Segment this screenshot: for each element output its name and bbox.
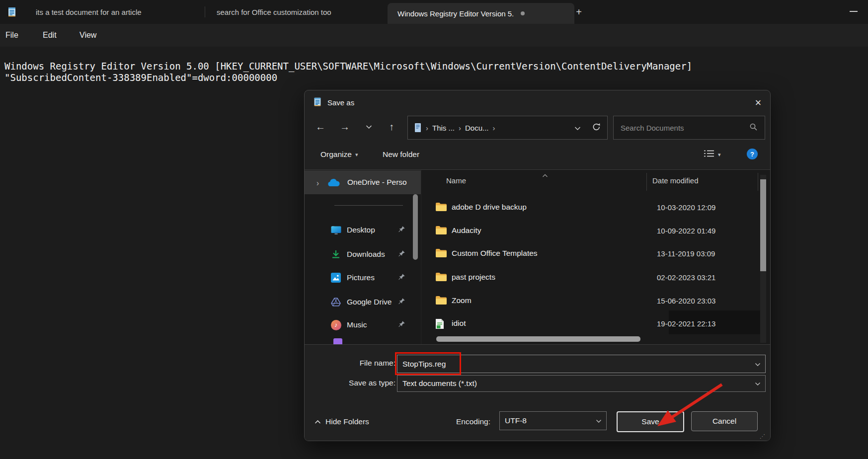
sidebar-item-pictures[interactable]: Pictures <box>305 268 421 288</box>
sidebar-scrollbar[interactable] <box>413 194 418 260</box>
titlebar: its a test document for an article searc… <box>0 0 868 24</box>
downloads-icon <box>330 249 342 259</box>
sidebar-item-desktop[interactable]: Desktop <box>305 220 421 240</box>
tab-office-customization[interactable]: search for Office customization too <box>209 0 386 24</box>
music-icon: ♪ <box>330 320 342 330</box>
encoding-select[interactable]: UTF-8 <box>499 411 607 430</box>
file-row-past-projects[interactable]: past projects 02-02-2023 03:21 <box>421 267 764 289</box>
organize-button[interactable]: Organize ▾ <box>320 146 358 163</box>
sidebar-item-music[interactable]: ♪ Music <box>305 315 421 335</box>
unsaved-indicator-dot <box>521 11 525 15</box>
file-date: 13-11-2019 03:09 <box>657 249 715 258</box>
sidebar-item-label: Desktop <box>347 226 375 234</box>
menu-edit[interactable]: Edit <box>43 24 57 47</box>
file-name-dropdown-chevron-icon[interactable] <box>755 360 761 369</box>
file-name: idiot <box>452 319 466 328</box>
file-date: 10-09-2022 01:49 <box>657 227 715 235</box>
expand-chevron-icon[interactable]: › <box>316 178 319 187</box>
encoding-label: Encoding: <box>456 417 490 426</box>
back-arrow-icon[interactable]: ← <box>311 117 330 136</box>
forward-arrow-icon[interactable]: → <box>335 117 354 136</box>
tab-label: Windows Registry Editor Version 5. <box>397 9 514 18</box>
annotation-red-highlight-box <box>395 352 461 375</box>
sidebar-item-onedrive[interactable]: › OneDrive - Perso <box>305 170 421 194</box>
folder-icon <box>435 296 447 307</box>
tab-registry-editor-active[interactable]: Windows Registry Editor Version 5. <box>388 3 574 24</box>
file-row-adobe-backup[interactable]: adobe D drive backup 10-03-2020 12:09 <box>421 197 764 219</box>
address-bar[interactable]: › This ... › Docu... › <box>407 116 608 140</box>
desktop-icon <box>330 226 342 235</box>
file-list: Name Date modified adobe D drive backup … <box>421 170 770 344</box>
help-icon[interactable]: ? <box>747 149 758 159</box>
file-row-custom-office-templates[interactable]: Custom Office Templates 13-11-2019 03:09 <box>421 243 764 265</box>
organize-caret-icon: ▾ <box>355 152 358 158</box>
sort-ascending-icon <box>542 171 548 180</box>
file-date: 02-02-2023 03:21 <box>657 273 715 282</box>
pin-icon <box>398 250 405 259</box>
view-mode-caret-icon: ▾ <box>718 152 721 158</box>
address-dropdown-chevron-icon[interactable] <box>574 124 581 132</box>
sidebar-item-label: OneDrive - Perso <box>347 178 407 187</box>
file-name: past projects <box>452 273 495 282</box>
file-name: Audacity <box>452 226 481 235</box>
horizontal-scrollbar-thumb[interactable] <box>436 336 640 342</box>
encoding-chevron-icon[interactable] <box>596 416 602 425</box>
sidebar-item-label: Google Drive <box>347 298 392 306</box>
pin-icon <box>398 273 405 283</box>
notepad-window: its a test document for an article searc… <box>0 0 868 459</box>
up-arrow-icon[interactable]: ↑ <box>382 117 401 136</box>
breadcrumb-this-pc[interactable]: This ... <box>432 124 455 132</box>
file-name: Zoom <box>452 296 472 305</box>
sidebar-item-google-drive[interactable]: Google Drive <box>305 292 421 312</box>
save-as-type-value: Text documents (*.txt) <box>402 379 477 388</box>
resize-grip[interactable]: ⋰ <box>760 433 765 440</box>
pin-icon <box>398 298 405 307</box>
save-as-type-label: Save as type: <box>342 379 395 387</box>
column-header-name[interactable]: Name <box>446 176 466 185</box>
breadcrumb-chevron: › <box>459 124 461 132</box>
sidebar-item-downloads[interactable]: Downloads <box>305 244 421 264</box>
sidebar-item-label: Music <box>347 320 367 329</box>
editor-line-2: "SubscribedContent-338389Enabled"=dword:… <box>4 72 277 83</box>
file-row-audacity[interactable]: Audacity 10-09-2022 01:49 <box>421 220 764 242</box>
file-date: 19-02-2021 22:13 <box>657 319 715 328</box>
column-header-date-modified[interactable]: Date modified <box>652 176 699 185</box>
refresh-icon[interactable] <box>592 122 601 133</box>
file-date: 15-06-2020 23:03 <box>657 297 715 305</box>
folder-icon <box>435 202 447 214</box>
recent-locations-chevron-icon[interactable] <box>359 117 378 136</box>
file-name-label: File name: <box>354 359 395 368</box>
new-folder-label: New folder <box>383 150 419 159</box>
chevron-up-icon <box>315 420 321 424</box>
search-input[interactable] <box>614 124 749 132</box>
dialog-title: Save as <box>327 98 354 107</box>
hide-folders-button[interactable]: Hide Folders <box>315 416 369 427</box>
view-mode-button[interactable]: ▾ <box>704 146 721 163</box>
tab-test-document[interactable]: its a test document for an article <box>28 0 205 24</box>
tab-separator <box>205 6 205 17</box>
breadcrumb-chevron: › <box>426 124 428 132</box>
column-divider[interactable] <box>646 173 647 191</box>
minimize-button[interactable] <box>850 11 858 12</box>
file-row-zoom[interactable]: Zoom 15-06-2020 23:03 <box>421 290 764 312</box>
new-folder-button[interactable]: New folder <box>383 146 419 163</box>
breadcrumb-documents[interactable]: Docu... <box>465 124 489 132</box>
new-tab-button[interactable]: + <box>572 5 585 18</box>
menu-view[interactable]: View <box>79 24 96 47</box>
search-icon <box>749 123 758 133</box>
close-icon[interactable]: × <box>751 95 766 110</box>
encoding-value: UTF-8 <box>505 416 527 425</box>
pin-icon <box>398 226 405 235</box>
menu-file[interactable]: File <box>5 24 18 47</box>
file-row-idiot[interactable]: idiot 19-02-2021 22:13 <box>421 313 764 335</box>
folder-icon <box>435 226 447 237</box>
column-divider[interactable] <box>758 173 758 191</box>
tab-label: search for Office customization too <box>217 8 331 16</box>
videos-icon-partial <box>333 338 342 344</box>
onedrive-cloud-icon <box>327 178 340 187</box>
folder-icon <box>435 248 447 260</box>
file-date: 10-03-2020 12:09 <box>657 203 715 212</box>
save-as-type-chevron-icon[interactable] <box>755 379 761 388</box>
vertical-scrollbar-thumb[interactable] <box>760 179 766 271</box>
dialog-body: › OneDrive - Perso Desktop <box>305 170 770 344</box>
